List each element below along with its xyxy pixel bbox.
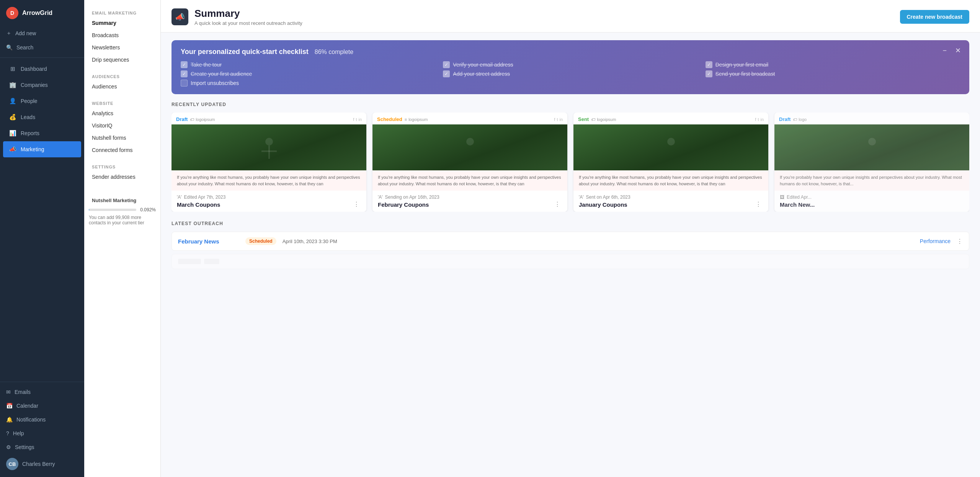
logo-icon: 🏷 [190,117,194,122]
card-image [172,124,366,170]
card-footer-row: 🖼 Edited Apr... March New... [780,194,964,208]
card-body-text: If you're anything like most humans, you… [378,174,562,187]
card-title: January Coupons [579,201,630,208]
svg-point-5 [868,138,876,145]
sidebar-item-emails[interactable]: ✉ Emails [0,385,84,399]
outreach-row: February News Scheduled April 10th, 2023… [172,232,969,251]
card-meta: 'A' Edited Apr 7th, 2023 March Coupons [177,194,225,208]
card-status-scheduled: Scheduled [377,116,402,122]
check-icon: ✓ [443,70,450,77]
facebook-icon: f [755,117,756,122]
outreach-more-button[interactable]: ⋮ [957,238,963,245]
companies-icon: 🏢 [9,82,16,88]
sidebar-item-dashboard[interactable]: ⊞ Dashboard [3,61,81,77]
svg-point-3 [466,138,474,145]
partial-placeholder [204,259,219,264]
card-meta: 🖼 Edited Apr... March New... [780,194,815,208]
section-website: WEBSITE [84,98,160,107]
card-meta: 'A' Sent on Apr 6th, 2023 January Coupon… [579,194,630,208]
section-email-marketing: EMAIL MARKETING [84,8,160,17]
checklist-controls: − ✕ [940,46,963,56]
sidebar-item-help[interactable]: ? Help [0,426,84,440]
card-more-button[interactable]: ⋮ [352,201,361,208]
checklist-minimize-button[interactable]: − [940,46,949,56]
svg-point-4 [667,138,675,145]
sidebar-item-audiences[interactable]: Audiences [84,80,160,93]
outreach-name[interactable]: February News [178,238,239,245]
sidebar-item-summary[interactable]: Summary [84,17,160,29]
sidebar-item-nutshell-forms[interactable]: Nutshell forms [84,132,160,144]
edited-icon: 'A' [378,194,383,200]
divider [0,57,84,58]
marketing-usage: Nutshell Marketing 0.092% You can add 99… [84,194,160,229]
section-settings: SETTINGS [84,162,160,171]
create-broadcast-button[interactable]: Create new broadcast [900,10,970,24]
card-image [774,124,969,170]
card-more-button[interactable]: ⋮ [754,201,763,208]
broadcast-card-march-coupons: Draft 🏷 logoipsum f t in [172,113,366,212]
sidebar-item-reports[interactable]: 📊 Reports [3,125,81,141]
checklist-item-first-audience[interactable]: ✓ Create your first audience [181,70,435,77]
checklist-item-design-email[interactable]: ✓ Design your first email [706,61,960,68]
twitter-icon: t [356,117,357,122]
brand[interactable]: D ArrowGrid [0,0,84,26]
marketing-info: You can add 99,908 more contacts in your… [89,215,156,225]
card-footer: 'A' Sending on Apr 16th, 2023 February C… [372,191,567,212]
sidebar-item-connected-forms[interactable]: Connected forms [84,144,160,156]
sidebar-item-settings[interactable]: ⚙ Settings [0,440,84,454]
card-status-draft: Draft [176,116,188,122]
help-icon: ? [6,430,9,436]
broadcast-cards-row: Draft 🏷 logoipsum f t in [172,113,969,212]
add-new-button[interactable]: ＋ Add new [0,26,84,41]
sidebar-item-people[interactable]: 👤 People [3,93,81,109]
calendar-icon: 📅 [6,403,13,409]
sidebar-item-drip[interactable]: Drip sequences [84,54,160,66]
checklist-item-import-unsubs[interactable]: Import unsubscribes [181,80,435,87]
check-icon: ✓ [181,70,188,77]
checklist-item-tour[interactable]: ✓ Take the tour [181,61,435,68]
sidebar-item-marketing[interactable]: 📣 Marketing [3,141,81,157]
sidebar-item-newsletters[interactable]: Newsletters [84,41,160,54]
checklist-item-verify-email[interactable]: ✓ Verify your email address [443,61,697,68]
page-subtitle: A quick look at your most recent outreac… [194,20,302,26]
broadcast-card-march-newsletter: Draft 🏷 logo If you're probably have you… [774,113,969,212]
card-footer-row: 'A' Edited Apr 7th, 2023 March Coupons ⋮ [177,194,361,208]
card-footer-row: 'A' Sending on Apr 16th, 2023 February C… [378,194,562,208]
card-status-row: Draft 🏷 logoipsum [176,116,215,122]
second-sidebar: EMAIL MARKETING Summary Broadcasts Newsl… [84,0,161,477]
sidebar-item-leads[interactable]: 💰 Leads [3,109,81,125]
card-top: Draft 🏷 logo [774,113,969,124]
card-logo: 🏷 logoipsum [190,117,215,122]
check-icon: ✓ [181,61,188,68]
card-image-inner [372,124,567,170]
sidebar-item-companies[interactable]: 🏢 Companies [3,77,81,93]
facebook-icon: f [554,117,555,122]
checklist-item-street-address[interactable]: ✓ Add your street address [443,70,697,77]
sidebar-item-analytics[interactable]: Analytics [84,107,160,119]
sidebar-item-broadcasts[interactable]: Broadcasts [84,29,160,41]
svg-point-0 [265,138,273,145]
checklist-item-send-broadcast[interactable]: ✓ Send your first broadcast [706,70,960,77]
search-button[interactable]: 🔍 Search [0,41,84,54]
card-more-button[interactable]: ⋮ [553,201,562,208]
checklist-title-row: Your personalized quick-start checklist … [181,48,960,56]
card-meta: 'A' Sending on Apr 16th, 2023 February C… [378,194,439,208]
card-body-text: If you're anything like most humans, you… [579,174,763,187]
latest-outreach-section: LATEST OUTREACH February News Scheduled … [161,221,980,281]
social-icons: f t in [755,117,764,122]
logo-icon: 🏷 [793,117,797,122]
linkedin-icon: in [760,117,764,122]
sidebar-item-sender-addresses[interactable]: Sender addresses [84,171,160,183]
checklist-close-button[interactable]: ✕ [953,46,963,56]
outreach-date: April 10th, 2023 3:30 PM [283,238,914,244]
sidebar-item-notifications[interactable]: 🔔 Notifications [0,413,84,426]
settings-icon: ⚙ [6,444,11,450]
check-icon: ✓ [706,70,712,77]
card-title: February Coupons [378,201,439,208]
sidebar-item-calendar[interactable]: 📅 Calendar [0,399,84,413]
card-footer: 🖼 Edited Apr... March New... [774,191,969,212]
user-profile[interactable]: CB Charles Berry [0,454,84,474]
outreach-performance-link[interactable]: Performance [920,238,951,244]
header-left: 📣 Summary A quick look at your most rece… [172,8,302,26]
sidebar-item-visitoriq[interactable]: VisitorIQ [84,119,160,132]
